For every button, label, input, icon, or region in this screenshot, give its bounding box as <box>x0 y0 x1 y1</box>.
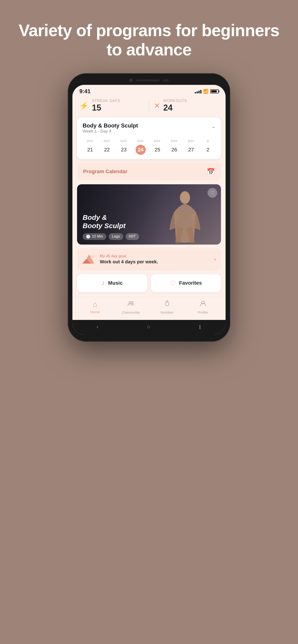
goal-illustration <box>82 252 96 266</box>
day-number-28: 2 <box>203 145 213 155</box>
program-subtitle: Week 1 - Day 4 <box>83 129 138 134</box>
workout-info: Body &Booty Sculpt 🕐 10 Min Legs HIIT <box>77 209 145 244</box>
battery-icon <box>210 89 219 94</box>
heart-icon: ♡ <box>170 279 176 287</box>
day-number-23: 23 <box>119 145 129 155</box>
program-header: Body & Booty Sculpt Week 1 - Day 4 ⌄ <box>83 122 215 138</box>
profile-icon <box>199 300 207 309</box>
nav-home-label: Home <box>90 310 100 314</box>
community-icon <box>127 300 135 309</box>
goal-banner[interactable]: My 45 day goal Work out 4 days per week.… <box>77 248 221 270</box>
workout-duration-tag: 🕐 10 Min <box>83 233 106 240</box>
android-nav-bar: ‹ ○ ⫿ <box>72 320 226 335</box>
streak-label: STREAK DAYS <box>92 99 120 103</box>
workout-tags: 🕐 10 Min Legs HIIT <box>83 233 139 240</box>
nav-profile-label: Profile <box>198 310 208 314</box>
nav-community-label: Community <box>122 310 140 314</box>
android-back-button[interactable]: ‹ <box>97 324 98 330</box>
page-headline: Variety of programs for beginners to adv… <box>0 0 298 73</box>
nav-community[interactable]: Community <box>122 300 140 314</box>
day-col-27: DAY 27 <box>184 139 199 155</box>
program-card[interactable]: Body & Booty Sculpt Week 1 - Day 4 ⌄ DAY… <box>77 117 221 159</box>
nav-nutrition-label: Nutrition <box>161 310 174 314</box>
phone-device: 9:41 📶 ⚡ STREAK DAYS 15 <box>68 73 230 342</box>
workout-favorite-button[interactable]: ♡ <box>207 188 217 198</box>
goal-title: My 45 day goal <box>100 254 210 258</box>
mountain-icon <box>82 252 96 266</box>
day-col-28: D 2 <box>200 139 216 155</box>
music-icon: ♪ <box>102 279 105 287</box>
workouts-label: WORKOUTS <box>163 99 187 103</box>
music-label: Music <box>108 280 123 286</box>
day-number-21: 21 <box>85 145 95 155</box>
day-col-25: DAY 25 <box>150 139 165 155</box>
music-button[interactable]: ♪ Music <box>77 274 147 292</box>
front-camera <box>129 79 133 82</box>
day-label: DAY <box>87 139 93 143</box>
svg-point-6 <box>131 302 133 304</box>
signal-icon <box>195 89 201 94</box>
workout-category-tag: Legs <box>109 233 123 240</box>
android-recents-button[interactable]: ⫿ <box>199 324 201 330</box>
nutrition-icon <box>163 300 171 309</box>
home-icon: ⌂ <box>93 300 97 308</box>
favorites-button[interactable]: ♡ Favorites <box>151 274 221 292</box>
day-label: DAY <box>137 139 144 143</box>
program-calendar-button[interactable]: Program Calendar 📅 <box>77 163 221 180</box>
workouts-stat: ✕ WORKOUTS 24 <box>154 99 219 113</box>
phone-speaker <box>136 80 159 81</box>
program-title: Body & Booty Sculpt <box>83 122 138 129</box>
calendar-icon: 📅 <box>207 168 215 176</box>
chevron-right-icon: › <box>214 256 216 262</box>
nav-nutrition[interactable]: Nutrition <box>158 300 176 314</box>
goal-text: My 45 day goal Work out 4 days per week. <box>100 254 210 264</box>
day-number-27: 27 <box>186 145 196 155</box>
day-col-21: DAY 21 <box>83 139 98 155</box>
day-col-23: DAY 23 <box>116 139 131 155</box>
day-number-26: 26 <box>169 145 179 155</box>
day-number-22: 22 <box>102 145 112 155</box>
svg-point-5 <box>129 301 131 304</box>
favorites-label: Favorites <box>179 280 202 286</box>
goal-description: Work out 4 days per week. <box>100 259 210 264</box>
bottom-nav: ⌂ Home Community <box>72 297 226 320</box>
streak-stat: ⚡ STREAK DAYS 15 <box>79 99 144 113</box>
quick-actions: ♪ Music ♡ Favorites <box>72 274 226 297</box>
status-bar: 9:41 📶 <box>72 85 226 96</box>
nav-profile[interactable]: Profile <box>194 300 212 314</box>
day-label: DAY <box>104 139 110 143</box>
day-number-24: 24 <box>136 145 146 155</box>
clock-icon: 🕐 <box>86 234 91 239</box>
day-label: DAY <box>154 139 161 143</box>
day-col-26: DAY 26 <box>167 139 182 155</box>
workout-type-tag: HIIT <box>126 233 139 240</box>
status-time: 9:41 <box>79 88 91 94</box>
status-icons: 📶 <box>195 89 219 94</box>
program-calendar-label: Program Calendar <box>83 168 127 174</box>
dumbbell-icon: ✕ <box>154 101 160 110</box>
day-label: D <box>207 139 209 143</box>
day-label: DAY <box>188 139 194 143</box>
day-label: DAY <box>121 139 127 143</box>
stats-section: ⚡ STREAK DAYS 15 ✕ WORKOUTS 24 <box>72 96 226 117</box>
lightning-icon: ⚡ <box>79 101 89 110</box>
wifi-icon: 📶 <box>203 89 208 94</box>
phone-top-bar <box>72 79 226 85</box>
nav-home[interactable]: ⌂ Home <box>86 300 104 314</box>
day-col-22: DAY 22 <box>100 139 115 155</box>
chevron-up-icon[interactable]: ⌄ <box>211 123 215 129</box>
days-grid: DAY 21 DAY 22 DAY 23 DAY 24 DAY 25 <box>83 139 215 155</box>
day-label: DAY <box>171 139 177 143</box>
workouts-value: 24 <box>163 103 187 113</box>
phone-sensor <box>163 79 169 82</box>
workout-title: Body &Booty Sculpt <box>83 213 139 230</box>
workout-card[interactable]: ♡ Body &Booty Sculpt 🕐 10 Min Legs HIIT <box>77 184 221 244</box>
phone-screen: 9:41 📶 ⚡ STREAK DAYS 15 <box>72 85 226 335</box>
android-home-button[interactable]: ○ <box>147 324 150 330</box>
day-number-25: 25 <box>152 145 162 155</box>
streak-value: 15 <box>92 103 120 113</box>
heart-outline-icon: ♡ <box>210 190 214 196</box>
day-col-24[interactable]: DAY 24 <box>133 139 148 155</box>
